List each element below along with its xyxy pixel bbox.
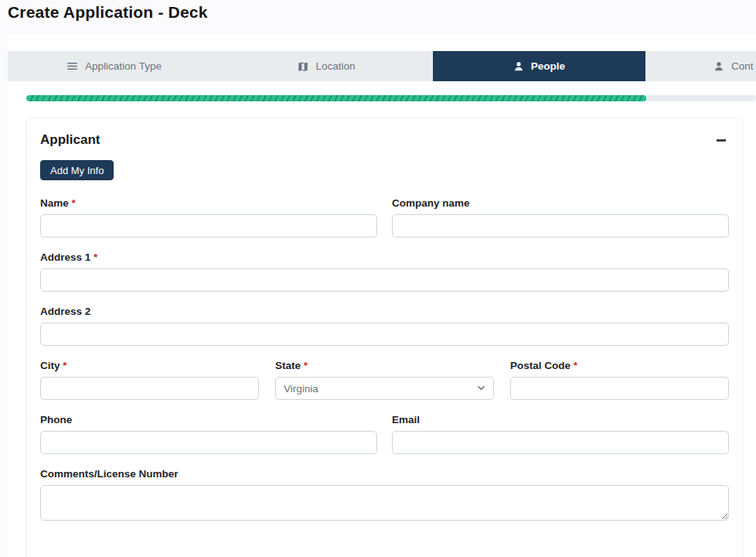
form-row-name-company: Name * Company name <box>40 197 729 237</box>
email-input[interactable] <box>392 431 729 454</box>
address1-input[interactable] <box>40 268 729 292</box>
address1-label: Address 1 * <box>40 251 729 263</box>
chevron-down-icon <box>477 383 485 395</box>
add-my-info-button[interactable]: Add My Info <box>40 160 114 180</box>
form-row-city-state-postal: City * State * Virginia Postal Code * <box>40 360 729 400</box>
tab-label: Location <box>315 60 355 72</box>
wizard-tab-bar: Application Type Location People Cont <box>8 51 756 81</box>
comments-textarea[interactable] <box>40 485 729 521</box>
form-row-address1: Address 1 * <box>40 251 729 292</box>
required-marker: * <box>304 360 308 371</box>
form-row-phone-email: Phone Email <box>40 414 729 454</box>
city-input[interactable] <box>40 377 259 400</box>
tab-application-type[interactable]: Application Type <box>8 51 220 81</box>
tab-people[interactable]: People <box>433 51 645 81</box>
company-name-input[interactable] <box>392 214 729 237</box>
required-marker: * <box>94 251 97 263</box>
postal-code-input[interactable] <box>510 377 729 400</box>
person-icon <box>513 61 524 72</box>
email-label: Email <box>392 414 729 425</box>
map-icon <box>298 61 308 72</box>
phone-label: Phone <box>40 414 377 425</box>
progress-bar-fill <box>26 95 646 101</box>
section-title: Applicant <box>40 132 100 148</box>
form-row-address2: Address 2 <box>40 306 729 346</box>
progress-bar-track <box>26 95 756 101</box>
company-name-label: Company name <box>392 197 729 209</box>
tab-label: Application Type <box>85 60 162 72</box>
required-marker: * <box>72 197 76 209</box>
tab-label: Cont <box>731 60 754 72</box>
state-select-value: Virginia <box>284 383 318 395</box>
minus-icon <box>717 139 726 142</box>
page-title: Create Application - Deck <box>8 3 208 22</box>
person-icon <box>713 61 724 72</box>
name-input[interactable] <box>40 214 377 237</box>
name-label: Name * <box>40 197 377 209</box>
applicant-section-header: Applicant <box>40 131 729 149</box>
applicant-section: Applicant Add My Info Name * Company nam… <box>26 118 743 557</box>
state-select[interactable]: Virginia <box>275 377 494 400</box>
phone-input[interactable] <box>40 431 377 454</box>
comments-label: Comments/License Number <box>40 468 729 480</box>
main-card: Application Type Location People Cont <box>8 34 756 557</box>
collapse-applicant-button[interactable] <box>713 132 729 148</box>
tab-location[interactable]: Location <box>220 51 433 81</box>
list-icon <box>66 60 78 72</box>
city-label: City * <box>40 360 259 371</box>
tab-contacts[interactable]: Cont <box>645 51 756 81</box>
applicant-form: Name * Company name Address 1 * Address … <box>40 197 729 521</box>
form-row-comments: Comments/License Number <box>40 468 729 521</box>
state-label: State * <box>275 360 494 371</box>
postal-code-label: Postal Code * <box>510 360 729 371</box>
tab-label: People <box>531 60 565 72</box>
address2-input[interactable] <box>40 323 729 346</box>
required-marker: * <box>574 360 577 371</box>
address2-label: Address 2 <box>40 306 729 317</box>
required-marker: * <box>63 360 66 371</box>
